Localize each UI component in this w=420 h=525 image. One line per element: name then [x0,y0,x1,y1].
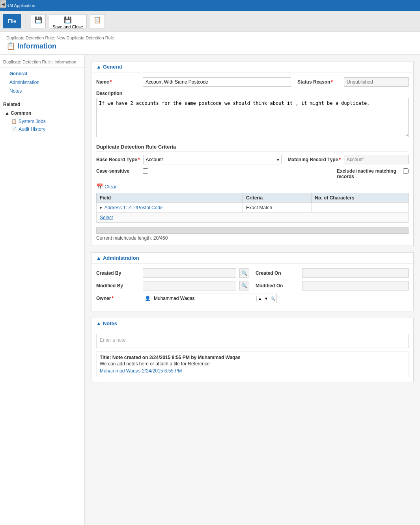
criteria-table: Field Criteria No. of Characters ▾ Addre… [96,193,409,223]
related-section-label: Related [0,99,84,109]
ribbon-divider [26,14,26,28]
file-button[interactable]: File [3,14,21,28]
criteria-title: Duplicate Detection Rule Criteria [96,142,409,152]
name-label: Name* [96,79,140,85]
owner-required: * [112,296,114,301]
name-group: Name* [96,77,291,87]
created-by-lookup-button[interactable]: 🔍 [239,268,249,278]
exclude-inactive-group: Exclude inactive matching records [337,168,409,179]
general-section-header[interactable]: ▲ General [91,61,413,73]
status-reason-input [344,77,409,87]
save-button[interactable]: 💾 [31,14,46,28]
row-field: ▾ Address 1: ZIP/Postal Code [97,203,243,213]
copy-button[interactable]: 📋 [90,14,105,28]
matching-record-type-input [344,155,409,164]
case-sensitive-label: Case-sensitive [96,168,140,174]
row-characters [312,203,409,213]
notes-section: ▲ Notes Enter a note Title: Note created… [91,318,414,382]
description-textarea[interactable]: If we have 2 accounts for the same postc… [96,98,409,137]
copy-icon: 📋 [93,16,101,24]
save-close-button[interactable]: 💾 Save and Close [49,14,87,28]
general-section-body: Name* Status Reason* Description If we h [91,73,413,246]
notes-section-header[interactable]: ▲ Notes [91,318,413,329]
audit-history-icon: 📄 [11,127,17,132]
general-section-title: General [103,64,122,70]
owner-buttons: ▲ ▼ 🔍 [256,296,276,302]
sidebar-item-system-jobs[interactable]: 📋 System Jobs [0,117,84,125]
name-input[interactable] [143,77,291,87]
created-on-input [302,268,409,278]
status-reason-label: Status Reason* [297,79,341,85]
save-icon: 💾 [34,16,42,24]
created-on-label: Created On [256,270,299,276]
page-icon: 📋 [6,42,15,50]
administration-section-header[interactable]: ▲ Administration [91,253,413,264]
col-criteria: Criteria [243,193,312,203]
main-layout: Duplicate Detection Rule : Information G… [0,55,420,525]
page-title: 📋 Information [6,42,414,50]
note-title: Title: Note created on 2/24/2015 8:55 PM… [100,355,405,360]
owner-label: Owner* [96,296,140,301]
sidebar-item-general[interactable]: General [0,69,84,78]
matching-record-type-group: Matching Record Type* [288,155,409,164]
matchcode-length: Current matchcode length: 20/450 [96,235,409,241]
owner-down-button[interactable]: ▼ [263,296,269,302]
administration-section-body: Created By 🔍 Created On Modified By 🔍 [91,264,413,311]
checkbox-row: Case-sensitive Exclude inactive matching… [96,168,409,179]
owner-input[interactable] [152,295,256,302]
save-close-label: Save and Close [52,24,83,29]
common-expand-icon: ▲ [5,110,11,116]
notes-enter-area[interactable]: Enter a note [96,334,409,348]
note-meta: Muhammad Waqas 2/24/2015 8:55 PM [100,368,405,374]
general-chevron-icon: ▲ [96,64,101,70]
app-title: CRM Application [3,3,35,8]
row-criteria: Exact Match [243,203,312,213]
field-link[interactable]: Address 1: ZIP/Postal Code [105,205,163,210]
record-type-row: Base Record Type* Account ▼ Matching Rec… [96,155,409,164]
sidebar: Duplicate Detection Rule : Information G… [0,55,85,525]
notes-section-title: Notes [103,320,117,326]
created-by-label: Created By [96,270,140,276]
select-link[interactable]: Select [100,215,113,220]
administration-section-title: Administration [103,255,139,261]
sidebar-item-notes[interactable]: Notes [0,87,84,95]
owner-lookup-button[interactable]: 🔍 [269,296,276,302]
base-required: * [138,157,140,162]
created-by-group: Created By 🔍 [96,268,249,278]
status-required: * [331,79,333,85]
expand-icon: ▾ [100,206,102,210]
case-sensitive-group: Case-sensitive [96,168,330,174]
case-sensitive-checkbox[interactable] [143,168,148,174]
owner-person-icon: 👤 [143,296,152,301]
clear-button[interactable]: Clear [105,184,117,190]
general-section: ▲ General Name* Status Reason* [91,61,414,246]
modified-by-group: Modified By 🔍 [96,281,249,290]
sidebar-item-administration[interactable]: Administration [0,78,84,87]
select-cell: Select [97,213,409,223]
system-jobs-icon: 📋 [11,119,17,124]
owner-group: Owner* 👤 ▲ ▼ 🔍 [96,294,409,303]
clear-row: 📅 Clear [96,183,409,190]
clear-icon: 📅 [96,183,103,190]
notes-section-body: Enter a note Title: Note created on 2/24… [91,329,413,382]
base-record-type-select[interactable]: Account [143,155,282,164]
modified-by-lookup-button[interactable]: 🔍 [239,281,249,290]
common-section-label: ▲ Common [0,109,84,117]
modified-row: Modified By 🔍 Modified On [96,281,409,290]
table-row: ▾ Address 1: ZIP/Postal Code Exact Match [97,203,409,213]
name-required: * [110,79,112,85]
status-reason-group: Status Reason* [297,77,409,87]
base-record-type-label: Base Record Type* [96,157,140,162]
note-entry: Title: Note created on 2/24/2015 8:55 PM… [96,351,409,377]
base-record-select-wrapper: Account ▼ [143,155,282,164]
administration-section: ▲ Administration Created By 🔍 Created On [91,252,414,311]
page-subtitle: Duplicate Detection Rule: New Duplicate … [6,35,414,40]
owner-input-wrapper: 👤 ▲ ▼ 🔍 [143,294,277,303]
save-close-icon: 💾 [64,16,72,24]
sidebar-item-audit-history[interactable]: 📄 Audit History [0,125,84,133]
select-row: Select [97,213,409,223]
owner-row: Owner* 👤 ▲ ▼ 🔍 [96,294,409,303]
owner-up-button[interactable]: ▲ [257,296,263,302]
exclude-inactive-checkbox[interactable] [403,168,409,174]
content-area: ▲ General Name* Status Reason* [85,55,420,525]
